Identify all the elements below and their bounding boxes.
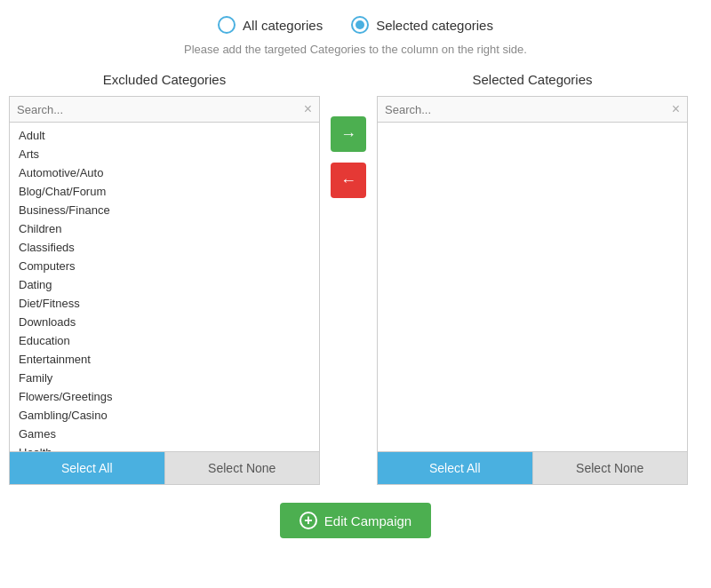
excluded-search-input[interactable] [17, 103, 304, 116]
subtitle-text: Please add the targeted Categories to th… [184, 43, 527, 56]
left-arrow-icon: ← [340, 171, 356, 190]
selected-select-all-button[interactable]: Select All [378, 452, 532, 484]
selected-panel-title: Selected Categories [377, 72, 688, 87]
list-item[interactable]: Blog/Chat/Forum [10, 182, 319, 201]
list-item[interactable]: Health [10, 443, 319, 451]
radio-section: All categories Selected categories [218, 16, 493, 34]
move-left-button[interactable]: ← [331, 163, 366, 198]
bottom-section: + Edit Campaign [280, 503, 431, 538]
selected-panel: Selected Categories × Select All Select … [377, 72, 688, 485]
main-layout: Excluded Categories × AdultArtsAutomotiv… [9, 72, 702, 485]
list-item[interactable]: Business/Finance [10, 201, 319, 219]
radio-all-label: All categories [243, 18, 323, 33]
selected-search-clear-icon[interactable]: × [672, 102, 680, 116]
list-item[interactable]: Gambling/Casino [10, 406, 319, 425]
radio-all-categories[interactable]: All categories [218, 16, 323, 34]
excluded-search-row: × [10, 97, 319, 123]
list-item[interactable]: Entertainment [10, 350, 319, 369]
excluded-select-none-button[interactable]: Select None [164, 452, 320, 484]
selected-panel-buttons: Select All Select None [378, 451, 687, 484]
list-item[interactable]: Downloads [10, 313, 319, 331]
arrow-section: → ← [320, 72, 377, 198]
radio-selected-label: Selected categories [376, 18, 493, 33]
move-right-button[interactable]: → [331, 116, 366, 152]
plus-icon: + [300, 512, 317, 529]
list-item[interactable]: Flowers/Greetings [10, 387, 319, 406]
excluded-search-clear-icon[interactable]: × [304, 102, 312, 116]
list-item[interactable]: Dating [10, 275, 319, 294]
excluded-select-all-button[interactable]: Select All [10, 452, 164, 484]
right-arrow-icon: → [340, 125, 356, 144]
selected-panel-box: × Select All Select None [377, 96, 688, 485]
list-item[interactable]: Family [10, 369, 319, 387]
list-item[interactable]: Computers [10, 257, 319, 275]
excluded-category-list: AdultArtsAutomotive/AutoBlog/Chat/ForumB… [10, 123, 319, 451]
edit-campaign-button[interactable]: + Edit Campaign [280, 503, 431, 538]
list-item[interactable]: Children [10, 219, 319, 238]
selected-search-input[interactable] [385, 103, 672, 116]
list-item[interactable]: Classifieds [10, 238, 319, 257]
selected-category-list [378, 123, 687, 451]
list-item[interactable]: Adult [10, 126, 319, 145]
list-item[interactable]: Education [10, 331, 319, 350]
radio-selected-categories[interactable]: Selected categories [351, 16, 493, 34]
excluded-panel-title: Excluded Categories [9, 72, 320, 87]
excluded-panel-buttons: Select All Select None [10, 451, 319, 484]
selected-select-none-button[interactable]: Select None [532, 452, 688, 484]
list-item[interactable]: Diet/Fitness [10, 294, 319, 313]
selected-search-row: × [378, 97, 687, 123]
list-item[interactable]: Games [10, 425, 319, 443]
list-item[interactable]: Automotive/Auto [10, 163, 319, 182]
radio-selected-circle [351, 16, 369, 34]
list-item[interactable]: Arts [10, 145, 319, 163]
excluded-panel-box: × AdultArtsAutomotive/AutoBlog/Chat/Foru… [9, 96, 320, 485]
excluded-panel: Excluded Categories × AdultArtsAutomotiv… [9, 72, 320, 485]
edit-campaign-label: Edit Campaign [324, 513, 411, 528]
radio-all-circle [218, 16, 236, 34]
